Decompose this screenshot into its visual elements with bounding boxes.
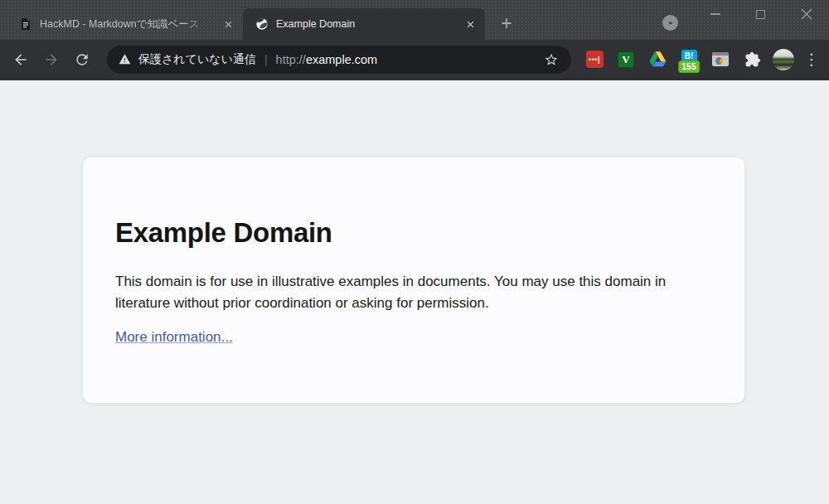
tab-example-domain[interactable]: Example Domain: [243, 8, 485, 40]
page-paragraph: This domain is for use in illustrative e…: [115, 271, 679, 313]
reload-button[interactable]: [68, 46, 96, 74]
more-information-link[interactable]: More information...: [115, 329, 233, 346]
back-arrow-icon: [12, 51, 29, 68]
tab-search-button[interactable]: [662, 15, 678, 31]
window-capture-icon: [712, 52, 729, 66]
window-controls: [692, 0, 829, 28]
chrome-menu-button[interactable]: ⋮: [799, 46, 824, 74]
avatar: [773, 49, 794, 70]
address-bar[interactable]: 保護されていない通信 | http://example.com: [107, 46, 571, 74]
globe-icon: [255, 17, 269, 31]
close-icon: [801, 8, 812, 20]
url-text[interactable]: http://example.com: [276, 53, 540, 66]
lastpass-extension-button[interactable]: •••|: [579, 46, 610, 74]
forward-button[interactable]: [37, 46, 65, 74]
vimium-extension-button[interactable]: V: [610, 46, 642, 74]
chevron-down-icon: [665, 17, 676, 29]
maximize-button[interactable]: [738, 0, 783, 28]
url-host: example.com: [306, 53, 377, 66]
security-chip-label[interactable]: 保護されていない通信: [138, 52, 256, 67]
minimize-button[interactable]: [692, 0, 738, 28]
extensions-menu-button[interactable]: [736, 46, 768, 74]
url-scheme: http://: [276, 53, 306, 66]
minimize-icon: [710, 13, 720, 15]
not-secure-warning-icon: [119, 53, 131, 65]
maximize-icon: [756, 10, 765, 19]
tab-strip: HackMD - Markdownで知識ベース Example Domain +: [0, 0, 829, 40]
star-icon: [544, 52, 559, 67]
page-content: Example Domain This domain is for use in…: [0, 80, 829, 504]
bookmark-star-button[interactable]: [540, 48, 563, 71]
profile-button[interactable]: [768, 46, 799, 74]
content-card: Example Domain This domain is for use in…: [83, 158, 744, 403]
hatena-bookmark-extension-button[interactable]: B! 155: [673, 46, 705, 74]
toolbar: 保護されていない通信 | http://example.com •••| V B…: [0, 40, 829, 80]
lastpass-icon: •••|: [586, 51, 604, 68]
google-drive-extension-button[interactable]: [642, 46, 673, 74]
tab-hackmd[interactable]: HackMD - Markdownで知識ベース: [7, 8, 243, 40]
browser-window: HackMD - Markdownで知識ベース Example Domain +: [0, 0, 829, 504]
document-icon: [19, 17, 32, 31]
google-drive-icon: [649, 51, 667, 68]
puzzle-piece-icon: [744, 51, 761, 68]
new-tab-button[interactable]: +: [496, 13, 517, 35]
back-button[interactable]: [7, 46, 35, 74]
screen-capture-extension-button[interactable]: [705, 46, 736, 74]
close-icon[interactable]: [463, 17, 478, 32]
close-window-button[interactable]: [783, 0, 829, 28]
page-heading: Example Domain: [115, 217, 711, 249]
tab-title: Example Domain: [276, 18, 459, 30]
hatena-count-badge: 155: [678, 61, 700, 73]
forward-arrow-icon: [43, 51, 60, 68]
tab-title: HackMD - Markdownで知識ベース: [40, 17, 217, 32]
close-icon[interactable]: [221, 17, 235, 32]
reload-icon: [74, 51, 90, 68]
omnibox-divider: |: [264, 53, 268, 66]
vimium-icon: V: [618, 51, 634, 68]
